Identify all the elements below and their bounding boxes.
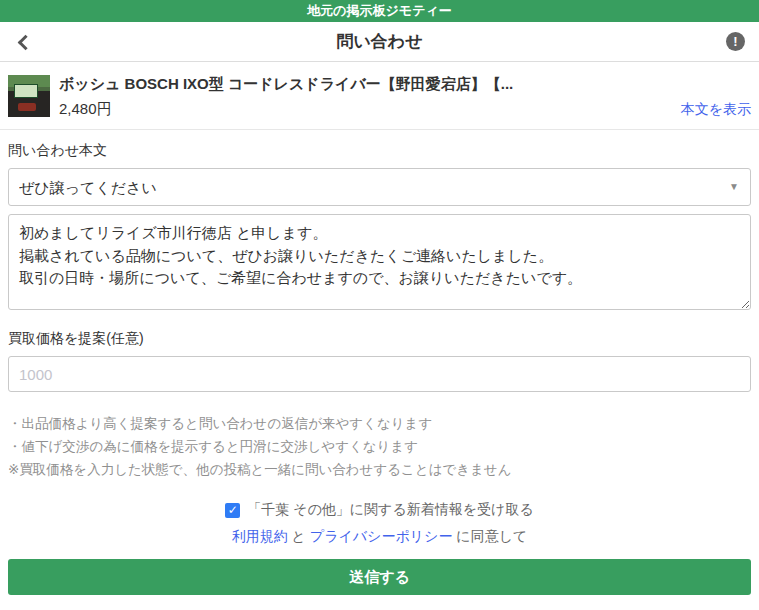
newsletter-row: ✓ 「千葉 その他」に関する新着情報を受け取る — [8, 501, 751, 519]
newsletter-label: 「千葉 その他」に関する新着情報を受け取る — [247, 501, 534, 519]
listing-thumbnail — [8, 75, 50, 117]
brand-title: 地元の掲示板ジモティー — [307, 3, 452, 18]
price-label: 買取価格を提案(任意) — [8, 330, 751, 348]
note-line: ・値下げ交渉の為に価格を提示すると円滑に交渉しやすくなります — [8, 435, 751, 458]
page-title: 問い合わせ — [0, 22, 759, 62]
message-label: 問い合わせ本文 — [8, 142, 751, 160]
price-notes: ・出品価格より高く提案すると問い合わせの返信が来やすくなります ・値下げ交渉の為… — [8, 412, 751, 481]
listing-summary: ボッシュ BOSCH IXO型 コードレスドライバー【野田愛宕店】【... 2,… — [0, 62, 759, 130]
agreement-suffix: に同意して — [456, 528, 527, 544]
template-select-wrap: ぜひ譲ってください ▼ — [8, 168, 751, 206]
inquiry-form: 問い合わせ本文 ぜひ譲ってください ▼ 初めましてリライズ市川行徳店 と申します… — [0, 142, 759, 595]
listing-price: 2,480円 — [59, 100, 673, 119]
show-body-link[interactable]: 本文を表示 — [681, 101, 751, 119]
listing-title: ボッシュ BOSCH IXO型 コードレスドライバー【野田愛宕店】【... — [59, 75, 673, 94]
chevron-left-icon — [18, 35, 34, 51]
privacy-link[interactable]: プライバシーポリシー — [310, 528, 453, 544]
message-template-select[interactable]: ぜひ譲ってください — [8, 168, 751, 206]
note-line: ・出品価格より高く提案すると問い合わせの返信が来やすくなります — [8, 412, 751, 435]
page-header: 問い合わせ ! — [0, 22, 759, 62]
back-button[interactable] — [14, 33, 36, 55]
exclamation-circle-icon[interactable]: ! — [726, 32, 745, 51]
submit-button[interactable]: 送信する — [8, 559, 751, 595]
inquiry-page: 地元の掲示板ジモティー 問い合わせ ! ボッシュ BOSCH IXO型 コードレ… — [0, 0, 759, 610]
price-input[interactable] — [8, 356, 751, 392]
newsletter-checkbox[interactable]: ✓ — [225, 503, 240, 518]
listing-info: ボッシュ BOSCH IXO型 コードレスドライバー【野田愛宕店】【... 2,… — [59, 75, 673, 119]
agreement-connector: と — [292, 528, 306, 544]
brand-bar: 地元の掲示板ジモティー — [0, 0, 759, 22]
agreement-line: 利用規約 と プライバシーポリシー に同意して — [8, 528, 751, 546]
terms-link[interactable]: 利用規約 — [232, 528, 288, 544]
message-textarea[interactable]: 初めましてリライズ市川行徳店 と申します。 掲載されている品物について、ぜひお譲… — [8, 214, 751, 310]
note-line: ※買取価格を入力した状態で、他の投稿と一緒に問い合わせすることはできません — [8, 458, 751, 481]
